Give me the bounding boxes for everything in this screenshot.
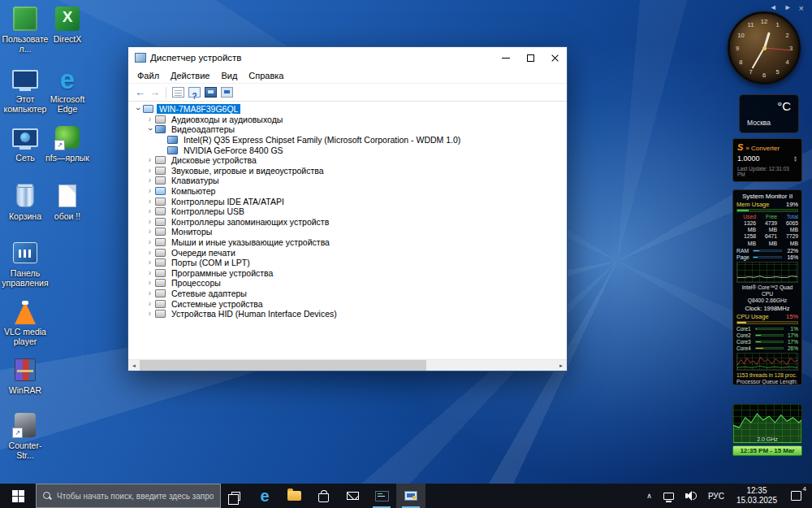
minimize-button[interactable] [494, 47, 518, 68]
horizontal-scrollbar[interactable] [128, 359, 567, 371]
expand-icon[interactable] [145, 289, 154, 297]
desktop-icon-vlc[interactable]: VLC media player [2, 297, 49, 346]
taskbar-device-manager-button[interactable] [396, 484, 425, 508]
scroll-right-icon[interactable] [555, 360, 567, 371]
tree-item[interactable]: Порты (COM и LPT) [128, 258, 567, 268]
language-indicator[interactable]: РУС [702, 484, 730, 508]
spinner-down-icon[interactable] [793, 158, 797, 162]
menu-item[interactable]: Справка [243, 71, 289, 80]
action-center-button[interactable]: 4 [784, 484, 808, 508]
expand-icon[interactable] [145, 300, 154, 308]
desktop-icon-wallpaper[interactable]: обои !! [44, 182, 91, 221]
window-titlebar[interactable]: Диспетчер устройств [128, 47, 567, 68]
desktop-icon-this-pc[interactable]: Этот компьютер [2, 65, 49, 114]
desktop-icon-edge[interactable]: Microsoft Edge [44, 65, 91, 114]
tree-item[interactable]: Мониторы [128, 227, 567, 237]
tree-item[interactable]: WIN-7MA8F39G6QL [128, 104, 567, 115]
tree-item[interactable]: Системные устройства [128, 298, 567, 309]
console-tree-icon[interactable] [172, 87, 184, 98]
tree-item[interactable]: Процессоры [128, 278, 567, 289]
expand-icon[interactable] [145, 249, 154, 257]
expand-icon[interactable] [145, 198, 154, 206]
expand-icon[interactable] [145, 176, 154, 185]
taskbar-cmd-button[interactable] [367, 484, 396, 508]
tree-item[interactable]: Устройства HID (Human Interface Devices) [128, 309, 567, 319]
scroll-left-icon[interactable] [128, 360, 140, 371]
desktop-icon-recycle[interactable]: Корзина [2, 182, 49, 221]
desktop-icon-network[interactable]: Сеть [2, 124, 49, 163]
search-input[interactable] [57, 492, 214, 501]
expand-icon[interactable] [145, 269, 154, 277]
tree-item[interactable]: Контроллеры IDE ATA/ATAPI [128, 196, 567, 206]
expand-icon[interactable] [145, 115, 154, 124]
tree-item[interactable]: NVIDIA GeForce 8400 GS [128, 145, 567, 155]
expand-icon[interactable] [145, 167, 154, 175]
expand-icon[interactable] [145, 207, 154, 215]
tree-item[interactable]: Intel(R) Q35 Express Chipset Family (Mic… [128, 135, 567, 145]
core-bar [755, 334, 784, 337]
forward-icon[interactable] [149, 87, 160, 98]
tray-clock[interactable]: 12:35 15.03.2025 [730, 486, 784, 506]
expand-icon[interactable] [145, 238, 154, 246]
desktop-icon-directx[interactable]: DirectX [44, 5, 91, 44]
tree-item[interactable]: Контроллеры запоминающих устройств [128, 217, 567, 228]
ports-device-icon [155, 258, 166, 267]
cpu-model: Q8400 2.66GHz [736, 297, 798, 304]
tree-item[interactable]: Звуковые, игровые и видеоустройства [128, 166, 567, 176]
expand-icon[interactable] [145, 187, 154, 195]
action-center-icon [791, 491, 801, 501]
scan-hardware-icon[interactable] [221, 87, 233, 98]
converter-spinner[interactable] [793, 155, 797, 162]
collapse-icon[interactable] [146, 125, 154, 134]
notification-badge: 4 [803, 485, 806, 493]
tray-network-button[interactable] [658, 484, 680, 508]
nfs-icon [54, 124, 81, 151]
properties-icon[interactable] [205, 87, 217, 98]
expand-icon[interactable] [145, 228, 154, 236]
expand-icon[interactable] [145, 279, 154, 287]
expand-icon[interactable] [145, 310, 154, 318]
expand-icon[interactable] [145, 258, 154, 267]
taskbar-search[interactable] [36, 484, 221, 508]
tree-item[interactable]: Дисковые устройства [128, 155, 567, 166]
scrollbar-thumb[interactable] [140, 360, 426, 371]
tray-chevron-icon[interactable] [641, 484, 658, 508]
taskbar-edge-button[interactable] [250, 484, 279, 508]
tree-item[interactable]: Сетевые адаптеры [128, 289, 567, 299]
desktop-icon-control-panel[interactable]: Панель управления [2, 239, 49, 288]
desktop-icon-users[interactable]: Пользовател... [2, 5, 49, 54]
menu-item[interactable]: Файл [132, 71, 165, 80]
tree-item[interactable]: Видеоадаптеры [128, 124, 567, 135]
close-button[interactable] [542, 47, 567, 68]
taskbar-explorer-button[interactable] [279, 484, 309, 508]
back-icon[interactable] [135, 87, 145, 98]
menu-item[interactable]: Вид [215, 71, 243, 80]
menu-item[interactable]: Действие [165, 71, 215, 80]
taskbar-store-button[interactable] [309, 484, 338, 508]
tree-item[interactable]: Компьютер [128, 186, 567, 197]
tray-time: 12:35 [746, 486, 767, 497]
gadget-close-icon[interactable] [799, 3, 804, 13]
mem-header: Used [736, 214, 756, 220]
tree-item[interactable]: Программные устройства [128, 268, 567, 279]
task-view-button[interactable] [221, 484, 250, 508]
tree-item[interactable]: Контроллеры USB [128, 206, 567, 217]
tree-item[interactable]: Клавиатуры [128, 176, 567, 186]
desktop-icon-counter-strike[interactable]: Counter-Str... [2, 411, 49, 460]
tree-item[interactable]: Мыши и иные указывающие устройства [128, 237, 567, 248]
tree-item[interactable]: Очереди печати [128, 247, 567, 258]
expand-icon[interactable] [145, 218, 154, 226]
mem-cell: 7729 MB [779, 233, 798, 246]
tree-item[interactable]: Аудиовходы и аудиовыходы [128, 115, 567, 125]
gadget-next-icon[interactable] [784, 3, 792, 13]
start-button[interactable] [0, 484, 36, 508]
tray-volume-button[interactable] [680, 484, 702, 508]
maximize-button[interactable] [518, 47, 542, 68]
collapse-icon[interactable] [134, 105, 142, 114]
desktop-icon-nfs[interactable]: nfs—ярлык [44, 124, 91, 163]
expand-icon[interactable] [145, 156, 154, 164]
scrollbar-track[interactable] [140, 360, 555, 371]
desktop-icon-winrar[interactable]: WinRAR [2, 356, 49, 395]
taskbar-mail-button[interactable] [338, 484, 367, 508]
help-icon[interactable] [188, 87, 201, 98]
